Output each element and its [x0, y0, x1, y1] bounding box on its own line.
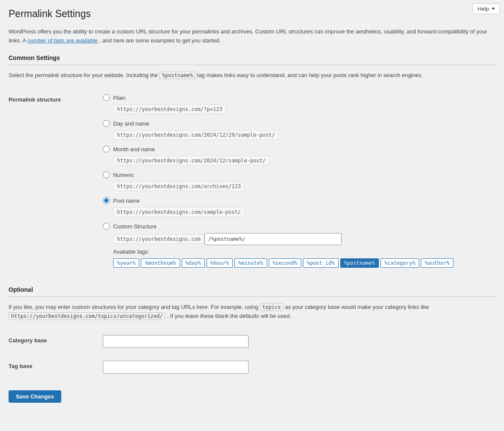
custom-structure-input[interactable] — [204, 233, 342, 245]
tag-category[interactable]: %category% — [381, 258, 419, 268]
tag-post-id[interactable]: %post_id% — [303, 258, 339, 268]
category-base-input[interactable] — [103, 335, 249, 348]
help-button[interactable]: Help — [473, 3, 500, 14]
tag-second[interactable]: %second% — [269, 258, 301, 268]
option-custom: Custom Structure — [103, 223, 491, 230]
category-base-row: Category base — [9, 329, 495, 354]
tag-base-label: Tag base — [9, 354, 99, 380]
available-tags-label: Available tags: — [113, 248, 491, 255]
tag-day[interactable]: %day% — [182, 258, 205, 268]
radio-day[interactable] — [103, 120, 110, 127]
tag-minute[interactable]: %minute% — [234, 258, 267, 268]
settings-page: Help Permalink Settings WordPress offers… — [0, 0, 504, 420]
custom-structure-row: https://yourbestdesigns.com — [113, 233, 491, 245]
example-month: https://yourbestdesigns.com/2024/12/samp… — [113, 156, 270, 165]
label-plain[interactable]: Plain — [113, 95, 126, 101]
example-postname: https://yourbestdesigns.com/sample-post/ — [113, 207, 245, 217]
tag-base-row: Tag base — [9, 354, 495, 380]
tags-link[interactable]: number of tags are available — [27, 37, 98, 44]
radio-postname[interactable] — [103, 197, 110, 204]
option-month: Month and name — [103, 146, 491, 153]
option-day: Day and name — [103, 120, 491, 127]
permalink-structure-row: Permalink structure Plain https://yourbe… — [9, 88, 495, 274]
radio-custom[interactable] — [103, 223, 110, 230]
help-label: Help — [477, 6, 489, 12]
radio-month[interactable] — [103, 146, 110, 153]
optional-title: Optional — [9, 286, 495, 297]
permalink-structure-options: Plain https://yourbestdesigns.com/?p=123… — [99, 88, 495, 274]
common-settings-desc: Select the permalink structure for your … — [9, 71, 495, 80]
tag-monthnum[interactable]: %monthnum% — [141, 258, 180, 268]
label-postname[interactable]: Post name — [113, 198, 140, 204]
intro-text: WordPress offers you the ability to crea… — [9, 27, 495, 45]
option-numeric: Numeric — [103, 171, 491, 178]
tag-year[interactable]: %year% — [113, 258, 139, 268]
example-numeric: https://yourbestdesigns.com/archives/123 — [113, 182, 245, 191]
optional-section: Optional If you like, you may enter cust… — [9, 286, 495, 380]
postname-tag-inline: %postname% — [159, 72, 195, 79]
label-custom[interactable]: Custom Structure — [113, 223, 156, 230]
optional-form-table: Category base Tag base — [9, 329, 495, 380]
tag-postname[interactable]: %postname% — [340, 258, 379, 268]
category-base-label: Category base — [9, 329, 99, 354]
option-postname: Post name — [103, 197, 491, 204]
label-month[interactable]: Month and name — [113, 146, 155, 153]
topics-code: topics — [260, 303, 283, 311]
optional-desc: If you like, you may enter custom struct… — [9, 303, 495, 321]
common-settings-title: Common Settings — [9, 54, 495, 65]
tags-container: %year% %monthnum% %day% %hour% %minute% … — [113, 258, 491, 268]
help-arrow-icon — [492, 8, 495, 10]
custom-base: https://yourbestdesigns.com — [113, 234, 204, 244]
option-plain: Plain — [103, 94, 491, 101]
page-title: Permalink Settings — [9, 8, 495, 21]
example-url-code: https://yourbestdesigns.com/topics/uncat… — [9, 312, 165, 320]
permalink-form-table: Permalink structure Plain https://yourbe… — [9, 88, 495, 274]
radio-plain[interactable] — [103, 94, 110, 101]
example-day: https://yourbestdesigns.com/2024/12/29/s… — [113, 130, 279, 140]
radio-numeric[interactable] — [103, 171, 110, 178]
tag-author[interactable]: %author% — [421, 258, 453, 268]
label-numeric[interactable]: Numeric — [113, 172, 134, 178]
label-day[interactable]: Day and name — [113, 120, 150, 127]
save-changes-button[interactable]: Save Changes — [9, 390, 61, 403]
example-plain: https://yourbestdesigns.com/?p=123 — [113, 105, 226, 114]
tag-hour[interactable]: %hour% — [207, 258, 233, 268]
tag-base-input[interactable] — [103, 361, 249, 374]
permalink-structure-label: Permalink structure — [9, 88, 99, 274]
